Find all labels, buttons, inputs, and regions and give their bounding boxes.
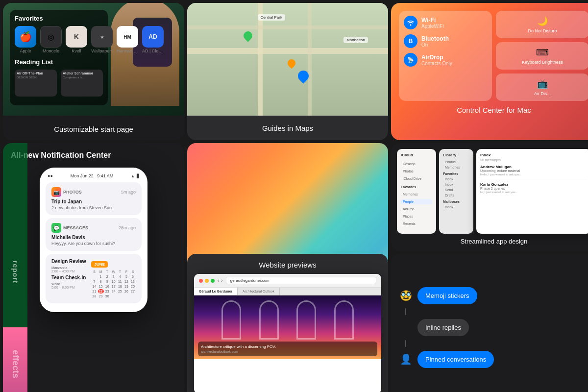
keyboard-brightness-icon: ⌨	[536, 47, 549, 58]
browser-url-bar[interactable]: geraudlegarduner.com	[226, 277, 376, 284]
msg-row-pinned: 👤 Pinned conversations	[398, 351, 588, 368]
pinned-avatar: 👤	[398, 351, 414, 367]
hm-icon: HM	[117, 26, 138, 48]
tile-app-design: iCloud Desktop Photos iCloud Drive Favor…	[391, 143, 588, 251]
bluetooth-icon: B	[404, 34, 417, 48]
cal-header-s2: S	[130, 270, 136, 274]
fav-label-ad: AD | Clever	[142, 49, 164, 53]
mail-sender-2: Karia Gonzalez	[480, 182, 587, 187]
browser-tabs: Géraud Le Garduner Architectural Outlook	[194, 288, 381, 295]
phone-screen: ●● Mon Jun 22 9:41 AM ▲ ▊ 📷 PHOTOS 5m ag…	[40, 168, 147, 312]
side-effects-text: effects	[10, 350, 21, 378]
browser-tab-1[interactable]: Géraud Le Garduner	[194, 288, 238, 295]
memoji-avatar: 🥸	[398, 288, 414, 303]
cal-header-w: W	[111, 270, 117, 274]
calendar-event1-time: 2:00 – 4:00 PM	[51, 270, 88, 273]
messages-notif-body: Heyyyy. Are you down for sushi?	[51, 241, 136, 246]
tab1-label: Géraud Le Garduner	[199, 290, 232, 293]
photos-app-name: PHOTOS	[63, 190, 121, 195]
airdrop-control[interactable]: 📡 AirDrop Contacts Only	[404, 53, 487, 67]
wifi-text: Wi-Fi AppleWiFi	[421, 17, 487, 29]
msg-bubble-inline: Inline replies	[417, 319, 469, 336]
maps-background: Central Park Manhattan	[187, 3, 388, 116]
monocle-icon: ◎	[40, 26, 62, 48]
msg-row-memoji: 🥸 Memoji stickers	[398, 287, 588, 304]
fav-item-ad[interactable]: AD AD | Clever	[142, 26, 164, 53]
airdrop-text: AirDrop Contacts Only	[421, 54, 487, 66]
app-design-preview: iCloud Desktop Photos iCloud Drive Favor…	[397, 149, 588, 234]
keyboard-brightness-control[interactable]: ⌨ Keyboard Brightness	[496, 42, 588, 70]
messages-notif-time: 28m ago	[119, 225, 136, 230]
browser-preview: ‹ › geraudlegarduner.com Géraud Le Gardu…	[194, 274, 381, 392]
fav-item-monocle[interactable]: ◎ Monocle	[40, 26, 62, 53]
browser-back[interactable]: ‹	[218, 278, 219, 283]
messages-notif-title: Michelle Davis	[51, 235, 136, 240]
tile-notification-center: All-new Notification Center ●● Mon Jun 2…	[3, 143, 184, 392]
control-grid: Wi-Fi AppleWiFi B Bluetooth On 📡 AirDro	[399, 11, 588, 101]
wifi-control[interactable]: Wi-Fi AppleWiFi	[404, 16, 487, 29]
fav-item-kvell[interactable]: K Kvell	[66, 26, 87, 53]
msg-thread-line-2	[405, 340, 406, 347]
ad-icon: AD	[142, 26, 164, 48]
maps-caption: Guides in Maps	[262, 124, 313, 132]
fav-item-wallpaper[interactable]: ★ Wallpaper*	[91, 26, 113, 53]
mail-sender-1: Andrew Mulligan	[480, 165, 587, 169]
calendar-event2-sub: Wolfe	[51, 282, 88, 286]
calendar-event2-title: Team Check-In	[51, 275, 88, 280]
browser-toolbar: ‹ › geraudlegarduner.com	[194, 274, 381, 288]
tile-website-previews: Website previews ‹ › geraudlegarduner.co…	[187, 254, 388, 392]
tile-control-center: Wi-Fi AppleWiFi B Bluetooth On 📡 AirDro	[391, 3, 588, 140]
mail-subject-1: Upcoming lecture material	[480, 169, 587, 172]
mail-subject-2: Phase 2 queries	[480, 187, 587, 190]
control-center-caption: Control Center for Mac	[399, 106, 588, 114]
photos-notif-title: Trip to Japan	[51, 199, 136, 204]
fav-label-hm: Herman Miller	[117, 49, 138, 53]
notif-card-photos: 📷 PHOTOS 5m ago Trip to Japan 2 new phot…	[46, 182, 142, 215]
photos-app-icon: 📷	[51, 187, 61, 197]
cal-header-m: M	[98, 270, 104, 274]
fav-item-hm[interactable]: HM Herman Miller	[117, 26, 138, 53]
air-display-control[interactable]: 📺 Air Dis...	[496, 74, 588, 101]
app-design-caption: Streamlined app design	[397, 238, 588, 245]
browser-nav-buttons: ‹ ›	[218, 278, 223, 283]
fav-item-apple[interactable]: 🍎 Apple	[15, 26, 36, 53]
browser-window-controls	[199, 279, 215, 283]
apple-icon: 🍎	[15, 26, 36, 48]
cal-header-s: S	[91, 270, 97, 274]
notification-phone: ●● Mon Jun 22 9:41 AM ▲ ▊ 📷 PHOTOS 5m ag…	[40, 168, 147, 312]
phone-camera: ●●	[48, 173, 53, 178]
browser-forward[interactable]: ›	[221, 278, 222, 283]
notif-card-messages-header: 💬 MESSAGES 28m ago	[51, 223, 136, 233]
cal-header-t2: T	[117, 270, 123, 274]
photos-notif-body: 2 new photos from Steven Sun	[51, 205, 136, 210]
bluetooth-control[interactable]: B Bluetooth On	[404, 34, 487, 48]
wifi-icon	[404, 16, 417, 29]
tile-start-page: Favorites 🍎 Apple ◎ Monocle K Kvell ★ Wa…	[3, 3, 184, 140]
msg-thread-line-1	[405, 308, 406, 315]
favorites-label: Favorites	[15, 15, 103, 22]
start-page-caption: Customizable start page	[3, 125, 184, 133]
browser-close-dot[interactable]	[199, 279, 203, 283]
side-effects-bg: effects	[3, 327, 27, 392]
bluetooth-text: Bluetooth On	[421, 35, 487, 48]
browser-maximize-dot[interactable]	[211, 279, 215, 283]
browser-minimize-dot[interactable]	[205, 279, 209, 283]
phone-statusbar: ●● Mon Jun 22 9:41 AM ▲ ▊	[46, 173, 142, 178]
cal-header-f: F	[123, 270, 129, 274]
browser-tab-2[interactable]: Architectural Outlook	[238, 288, 280, 295]
calendar-month: JUNE	[91, 261, 107, 268]
notification-center-header: All-new Notification Center	[3, 143, 184, 164]
website-url2: architecturaloutlook.com	[201, 350, 374, 353]
moon-icon: 🌙	[537, 16, 548, 26]
reading-item-2: Atelier Schrammar Completes a la...	[61, 70, 103, 97]
side-report-text: report	[11, 261, 19, 283]
reading-item-1: Air Off-The-Plan DESIGN DESK	[15, 70, 57, 97]
do-not-disturb-control[interactable]: 🌙 Do Not Disturb	[496, 11, 588, 38]
calendar-grid: S M T W T F S 1 2 3 4 5	[91, 270, 136, 298]
msg-bubble-pinned: Pinned conversations	[417, 351, 494, 368]
display-icon: 📺	[537, 78, 548, 89]
phone-status-icons: ▲ ▊	[131, 174, 140, 178]
calendar-today: 22	[98, 289, 104, 294]
website-description: Architecture critique with a discerning …	[201, 344, 374, 349]
messages-app-icon: 💬	[51, 223, 61, 233]
